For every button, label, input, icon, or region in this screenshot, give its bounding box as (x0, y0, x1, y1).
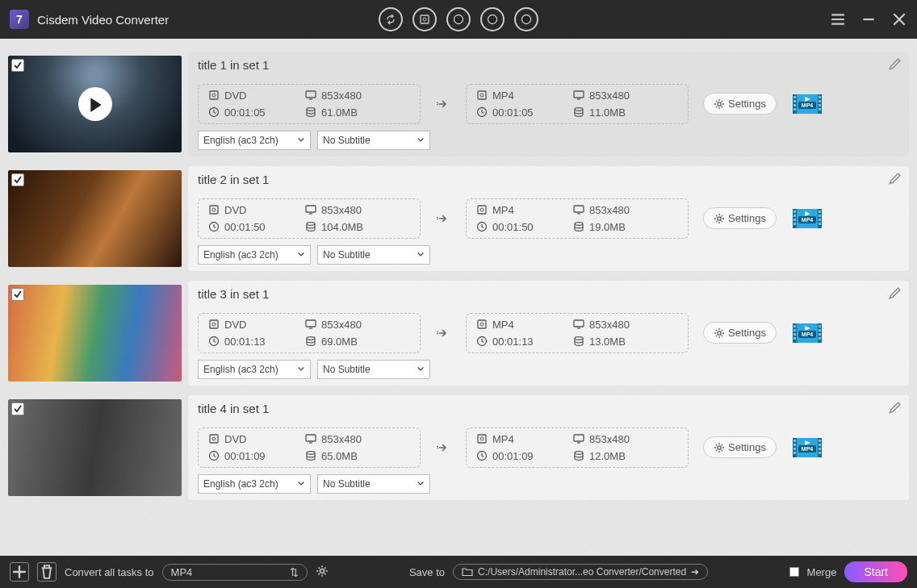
mode-media1-icon[interactable] (446, 7, 471, 31)
task-title: title 3 in set 1 (198, 287, 899, 301)
settings-label: Settings (728, 327, 766, 339)
src-format: DVD (224, 204, 246, 216)
task-checkbox[interactable] (11, 173, 24, 186)
subtitle-value: No Subtitle (323, 249, 371, 261)
chevron-down-icon (417, 136, 425, 144)
output-format-icon[interactable] (791, 320, 823, 346)
subtitle-value: No Subtitle (323, 135, 371, 146)
task-row: title 3 in set 1 DVD 853x480 00:01:13 69… (8, 281, 909, 386)
start-button[interactable]: Start (844, 561, 907, 582)
task-panel: title 4 in set 1 DVD 853x480 00:01:09 65… (188, 395, 909, 500)
dst-size: 19.0MB (589, 221, 626, 233)
src-duration: 00:01:05 (224, 106, 266, 119)
task-checkbox[interactable] (11, 59, 24, 72)
mode-media3-icon[interactable] (514, 7, 538, 31)
subtitle-select[interactable]: No Subtitle (317, 474, 430, 494)
size-icon (305, 221, 316, 232)
dst-duration: 00:01:50 (492, 221, 534, 233)
src-duration: 00:01:13 (224, 336, 266, 348)
chevron-down-icon (297, 480, 305, 488)
output-format-select[interactable]: MP4 ⇅ (162, 564, 308, 581)
merge-checkbox[interactable] (789, 567, 799, 577)
minimize-icon[interactable] (860, 11, 877, 27)
settings-button[interactable]: Settings (703, 93, 777, 115)
screen-icon (573, 319, 584, 330)
edit-icon[interactable] (888, 402, 901, 415)
subtitle-select[interactable]: No Subtitle (317, 360, 430, 379)
src-format: DVD (224, 433, 246, 445)
audio-track-select[interactable]: English (ac3 2ch) (198, 474, 311, 494)
task-checkbox[interactable] (11, 402, 24, 415)
video-thumbnail[interactable] (8, 399, 182, 496)
src-resolution: 853x480 (321, 90, 362, 102)
mode-media2-icon[interactable] (480, 7, 505, 31)
edit-icon[interactable] (888, 58, 901, 71)
video-thumbnail[interactable] (8, 56, 182, 152)
task-checkbox[interactable] (11, 288, 24, 301)
bottom-bar: Convert all tasks to MP4 ⇅ Save to C:/Us… (0, 556, 917, 588)
task-title: title 1 in set 1 (198, 58, 899, 72)
target-info: MP4 853x480 00:01:05 11.0MB (466, 84, 689, 124)
play-icon[interactable] (78, 87, 112, 121)
menu-icon[interactable] (830, 11, 846, 27)
clock-icon (476, 336, 488, 347)
video-thumbnail[interactable] (8, 285, 182, 382)
source-info: DVD 853x480 00:01:09 65.0MB (198, 427, 421, 468)
settings-button[interactable]: Settings (703, 322, 777, 344)
audio-track-select[interactable]: English (ac3 2ch) (198, 245, 311, 265)
subtitle-select[interactable]: No Subtitle (317, 245, 430, 265)
output-format-icon[interactable] (791, 91, 823, 117)
disc-icon (208, 204, 220, 215)
src-format: DVD (224, 319, 246, 331)
audio-value: English (ac3 2ch) (203, 478, 278, 490)
audio-track-select[interactable]: English (ac3 2ch) (198, 360, 311, 379)
size-icon (573, 450, 584, 461)
target-info: MP4 853x480 00:01:50 19.0MB (466, 198, 689, 239)
target-info: MP4 853x480 00:01:13 13.0MB (466, 313, 689, 353)
video-thumbnail[interactable] (8, 170, 182, 267)
edit-icon[interactable] (888, 173, 901, 186)
src-duration: 00:01:09 (224, 450, 266, 462)
src-resolution: 853x480 (321, 204, 362, 216)
dst-duration: 00:01:09 (492, 450, 534, 462)
dst-duration: 00:01:05 (492, 106, 534, 119)
save-to-label: Save to (409, 566, 445, 578)
format-settings-icon[interactable] (316, 565, 329, 580)
src-format: DVD (224, 90, 246, 102)
delete-button[interactable] (37, 562, 57, 582)
output-format-icon[interactable] (791, 435, 823, 461)
src-size: 104.0MB (321, 221, 363, 233)
task-panel: title 1 in set 1 DVD 853x480 00:01:05 61… (188, 52, 909, 156)
conversion-list: title 1 in set 1 DVD 853x480 00:01:05 61… (0, 39, 917, 556)
mode-disc-icon[interactable] (412, 7, 437, 31)
arrow-icon (435, 327, 451, 339)
close-icon[interactable] (891, 11, 907, 27)
task-panel: title 2 in set 1 DVD 853x480 00:01:50 10… (188, 166, 909, 271)
mode-convert-icon[interactable] (379, 7, 403, 31)
subtitle-select[interactable]: No Subtitle (317, 131, 430, 150)
dst-size: 12.0MB (589, 450, 626, 462)
source-info: DVD 853x480 00:01:05 61.0MB (198, 84, 421, 124)
settings-button[interactable]: Settings (703, 436, 777, 458)
dst-duration: 00:01:13 (492, 336, 534, 348)
settings-label: Settings (728, 441, 766, 453)
settings-label: Settings (728, 212, 766, 224)
src-size: 69.0MB (321, 336, 358, 348)
output-path-field[interactable]: C:/Users/Administrator...eo Converter/Co… (453, 564, 708, 580)
add-file-button[interactable] (10, 562, 29, 582)
titlebar: 7 Cisdem Video Converter (0, 0, 917, 39)
size-icon (305, 450, 316, 461)
output-format-icon[interactable] (791, 206, 823, 231)
settings-button[interactable]: Settings (703, 207, 777, 229)
source-info: DVD 853x480 00:01:50 104.0MB (198, 198, 421, 239)
dst-resolution: 853x480 (589, 319, 630, 331)
audio-track-select[interactable]: English (ac3 2ch) (198, 131, 311, 150)
disc-icon (476, 90, 488, 101)
folder-icon (462, 566, 473, 578)
disc-icon (476, 433, 488, 444)
clock-icon (208, 221, 220, 232)
edit-icon[interactable] (888, 287, 901, 300)
go-icon[interactable]: ➜ (691, 566, 699, 578)
screen-icon (305, 433, 316, 444)
source-info: DVD 853x480 00:01:13 69.0MB (198, 313, 421, 353)
